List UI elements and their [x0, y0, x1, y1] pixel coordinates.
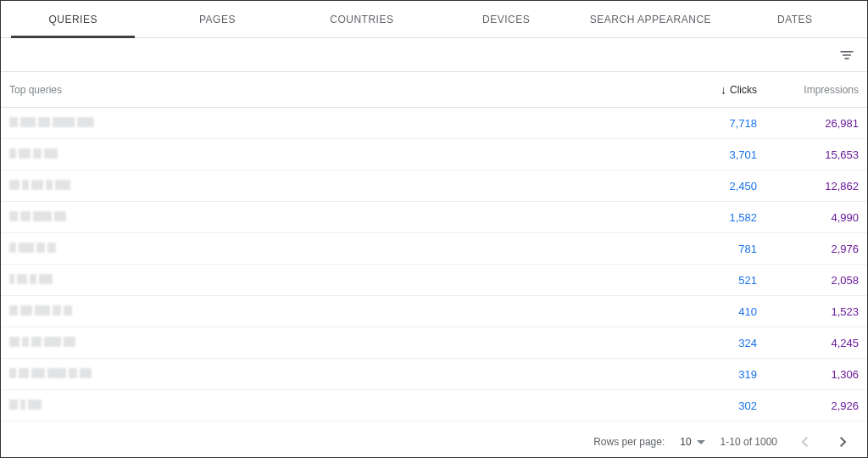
sort-descending-icon: ↓: [721, 84, 726, 96]
clicks-cell: 302: [655, 399, 757, 412]
redacted-query: [9, 274, 53, 284]
prev-page-button[interactable]: [793, 430, 816, 454]
column-header-impressions[interactable]: Impressions: [757, 84, 859, 96]
redacted-query: [9, 399, 42, 410]
impressions-cell: 4,245: [757, 337, 859, 349]
impressions-cell: 1,306: [757, 368, 859, 381]
clicks-cell: 2,450: [655, 180, 757, 193]
tabs-bar: QUERIESPAGESCOUNTRIESDEVICESSEARCH APPEA…: [1, 1, 867, 38]
pagination-bar: Rows per page: 10 1-10 of 1000: [1, 422, 867, 458]
query-cell: [9, 368, 655, 381]
redacted-query: [9, 368, 92, 378]
query-cell: [9, 211, 655, 224]
tab-queries[interactable]: QUERIES: [1, 1, 145, 37]
clicks-cell: 7,718: [655, 117, 757, 130]
clicks-cell: 521: [655, 274, 757, 287]
query-cell: [9, 180, 655, 193]
query-cell: [9, 243, 655, 255]
query-cell: [9, 148, 655, 161]
table-row[interactable]: 3,70115,653: [1, 139, 867, 170]
redacted-query: [9, 117, 94, 127]
table-row[interactable]: 7812,976: [1, 233, 867, 265]
column-header-clicks[interactable]: ↓ Clicks: [655, 84, 757, 96]
filter-bar: [1, 38, 867, 72]
impressions-cell: 1,523: [757, 305, 859, 318]
rows-per-page-label: Rows per page:: [593, 436, 665, 448]
chevron-left-icon: [801, 437, 808, 447]
column-header-query[interactable]: Top queries: [9, 84, 655, 96]
redacted-query: [9, 148, 58, 159]
table-row[interactable]: 3191,306: [1, 359, 867, 390]
redacted-query: [9, 180, 70, 190]
impressions-cell: 26,981: [757, 117, 859, 130]
table-row[interactable]: 3244,245: [1, 327, 867, 359]
tab-search-appearance[interactable]: SEARCH APPEARANCE: [578, 1, 722, 37]
tab-pages[interactable]: PAGES: [145, 1, 289, 37]
redacted-query: [9, 211, 66, 221]
clicks-cell: 410: [655, 305, 757, 318]
pagination-range: 1-10 of 1000: [721, 436, 777, 448]
clicks-cell: 319: [655, 368, 757, 381]
table-row[interactable]: 2,45012,862: [1, 170, 867, 202]
query-cell: [9, 337, 655, 349]
next-page-button[interactable]: [832, 430, 855, 454]
impressions-cell: 12,862: [757, 180, 859, 193]
impressions-cell: 2,926: [757, 399, 859, 412]
chevron-down-icon: [697, 440, 705, 444]
tab-devices[interactable]: DEVICES: [434, 1, 578, 37]
query-cell: [9, 305, 655, 318]
redacted-query: [9, 305, 72, 316]
table-row[interactable]: 3022,926: [1, 390, 867, 422]
impressions-cell: 15,653: [757, 148, 859, 161]
rows-per-page-value: 10: [680, 436, 691, 448]
clicks-cell: 1,582: [655, 211, 757, 224]
table-row[interactable]: 1,5824,990: [1, 202, 867, 233]
clicks-cell: 3,701: [655, 148, 757, 161]
impressions-cell: 2,976: [757, 243, 859, 255]
rows-per-page-select[interactable]: 10: [680, 436, 704, 448]
table-header: Top queries ↓ Clicks Impressions: [1, 72, 867, 108]
query-cell: [9, 274, 655, 287]
tab-dates[interactable]: DATES: [723, 1, 867, 37]
clicks-cell: 324: [655, 337, 757, 349]
clicks-label: Clicks: [730, 84, 757, 96]
table-row[interactable]: 7,71826,981: [1, 108, 867, 139]
impressions-cell: 4,990: [757, 211, 859, 224]
query-cell: [9, 399, 655, 412]
chevron-right-icon: [840, 437, 847, 447]
impressions-cell: 2,058: [757, 274, 859, 287]
redacted-query: [9, 337, 75, 347]
table-row[interactable]: 5212,058: [1, 265, 867, 296]
clicks-cell: 781: [655, 243, 757, 255]
filter-icon[interactable]: [838, 47, 855, 64]
tab-countries[interactable]: COUNTRIES: [290, 1, 434, 37]
query-cell: [9, 117, 655, 130]
table-row[interactable]: 4101,523: [1, 296, 867, 327]
redacted-query: [9, 243, 56, 253]
